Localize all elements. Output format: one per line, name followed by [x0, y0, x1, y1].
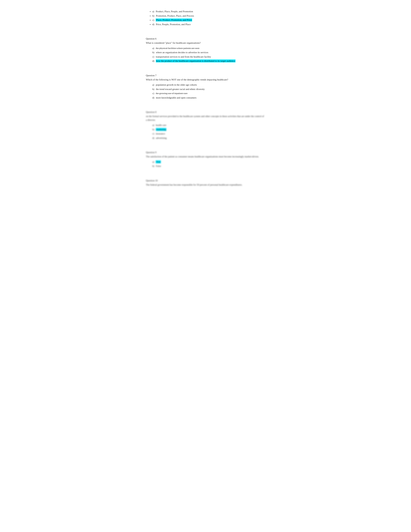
answer-label: c) [152, 132, 154, 135]
question-8-label: Question 8 [146, 111, 265, 114]
list-item: d) Price, People, Promotion, and Place [152, 23, 265, 26]
list-item: a) the physical facilities where patient… [152, 47, 265, 50]
question-6-label: Question 6 [146, 38, 265, 40]
answer-text-highlighted: marketing [156, 128, 166, 131]
question-6-answers: a) the physical facilities where patient… [152, 47, 265, 63]
answer-text: insurance [156, 132, 165, 135]
answer-label: d) [152, 96, 154, 99]
answer-label: d) [152, 137, 154, 139]
question-8-block: Question 8 on the formal services provid… [146, 111, 265, 140]
question-7-answers: a) population growth in the older age co… [152, 83, 265, 99]
answer-text: more knowledgeable and open consumers [156, 96, 196, 99]
answer-text: Product, Place, People, and Promotion [156, 10, 193, 13]
question-8-answers: a) health care b) marketing c) insurance… [152, 123, 265, 140]
question-10-label: Question 10 [146, 179, 265, 182]
list-item: a) Product, Place, People, and Promotion [152, 10, 265, 13]
question-6-block: Question 6 What is considered "place" fo… [146, 38, 265, 63]
answer-label: c) [152, 92, 154, 95]
answer-label: c) [152, 19, 154, 21]
question-8-text: on the formal services provided to the h… [146, 114, 265, 122]
list-item: c) the growing use of inpatient care [152, 92, 265, 95]
list-item: a) True [152, 160, 265, 164]
answer-text-highlighted: True [156, 161, 161, 163]
answer-label: b) [152, 128, 154, 131]
list-item: b) marketing [152, 128, 265, 131]
answer-text: where an organization decides to adverti… [156, 51, 208, 54]
list-item: c) Place, Product, Promotion, and Price [152, 18, 265, 22]
list-item: b) False [152, 164, 265, 168]
answer-label: a) [152, 161, 154, 163]
answer-text: health care [156, 124, 166, 126]
answer-label: b) [152, 88, 154, 90]
question-9-label: Question 9 [146, 151, 265, 154]
answer-text: the trend toward greater racial and ethn… [156, 88, 205, 90]
question-7-block: Question 7 Which of the following is NOT… [146, 74, 265, 100]
question-7-label: Question 7 [146, 74, 265, 77]
answer-label: a) [152, 10, 154, 13]
list-item: c) transportation services to and from t… [152, 55, 265, 59]
list-item: d) more knowledgeable and open consumers [152, 96, 265, 100]
answer-text-highlighted: how the product of the healthcare organi… [156, 59, 235, 62]
answer-text: False [156, 165, 161, 167]
answer-label: b) [152, 165, 154, 167]
question-9-block: Question 9 The satisfaction of the patie… [146, 151, 265, 168]
answer-text: Promotion, Product, Place, and Process [156, 15, 194, 17]
answer-label: a) [152, 47, 154, 49]
list-item: b) where an organization decides to adve… [152, 51, 265, 54]
answer-text-struck: the growing use of inpatient care [156, 92, 187, 95]
answer-label: d) [152, 23, 154, 26]
answer-label: a) [152, 124, 154, 126]
answer-label: b) [152, 15, 154, 17]
answer-text-highlighted: Place, Product, Promotion, and Price [156, 19, 192, 21]
list-item: a) health care [152, 123, 265, 127]
answer-text: Price, People, Promotion, and Place [156, 23, 190, 26]
answer-label: b) [152, 51, 154, 54]
answer-label: d) [152, 60, 154, 62]
question-7-text: Which of the following is NOT one of the… [146, 78, 265, 82]
list-item: c) insurance [152, 132, 265, 136]
list-item: d) advertising [152, 136, 265, 140]
answer-text: advertising [156, 137, 167, 139]
list-item: b) the trend toward greater racial and e… [152, 87, 265, 91]
answer-text-struck: the physical facilities where patients a… [156, 47, 199, 49]
list-item: a) population growth in the older age co… [152, 83, 265, 87]
question-10-block: Question 10 The federal government has b… [146, 179, 265, 187]
question-9-answers: a) True b) False [152, 160, 265, 168]
answer-label: c) [152, 56, 154, 58]
top-answer-list: a) Product, Place, People, and Promotion… [152, 10, 265, 26]
list-item: b) Promotion, Product, Place, and Proces… [152, 14, 265, 18]
answer-text: population growth in the older age cohor… [156, 84, 197, 86]
answer-text: transportation services to and from the … [156, 56, 211, 58]
list-item: d) how the product of the healthcare org… [152, 59, 265, 63]
answer-label: a) [152, 84, 154, 86]
question-6-text: What is considered "place" for healthcar… [146, 41, 265, 45]
question-9-text: The satisfaction of the patient as consu… [146, 155, 265, 159]
question-10-text: The federal government has become respon… [146, 183, 265, 187]
